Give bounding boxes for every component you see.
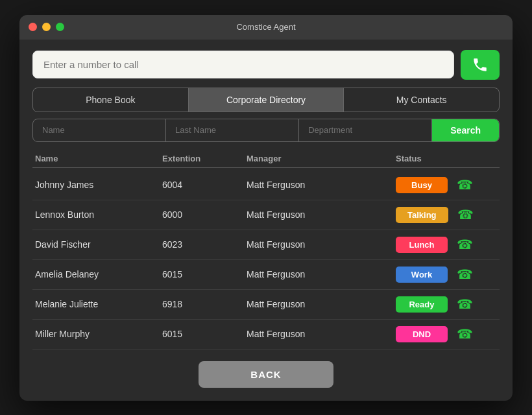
contact-name: Melanie Juliette	[32, 299, 162, 309]
contact-extension: 6023	[162, 239, 247, 250]
status-badge: Work	[396, 267, 448, 283]
contact-manager: Matt Ferguson	[247, 180, 396, 190]
contact-status-cell: Lunch ☎	[396, 237, 500, 253]
col-header-status: Status	[396, 154, 500, 163]
call-contact-icon[interactable]: ☎	[457, 177, 473, 193]
tab-my-contacts[interactable]: My Contacts	[344, 88, 499, 112]
contact-extension: 6000	[162, 209, 247, 220]
call-bar	[32, 50, 500, 80]
contact-manager: Matt Ferguson	[247, 239, 396, 250]
status-badge: Talking	[396, 207, 448, 223]
contact-manager: Matt Ferguson	[247, 299, 396, 309]
call-button[interactable]	[461, 50, 500, 80]
call-contact-icon[interactable]: ☎	[457, 296, 473, 312]
contact-extension: 6004	[162, 180, 247, 190]
contact-table: Johnny James 6004 Matt Ferguson Busy ☎ L…	[32, 171, 500, 350]
table-row: Miller Murphy 6015 Matt Ferguson DND ☎	[32, 320, 500, 350]
number-input[interactable]	[32, 51, 454, 78]
last-name-search-input[interactable]	[166, 119, 299, 141]
titlebar: Comstice Agent	[19, 15, 513, 40]
traffic-lights	[29, 23, 64, 31]
table-row: Amelia Delaney 6015 Matt Ferguson Work ☎	[32, 260, 500, 290]
table-row: Melanie Juliette 6918 Matt Ferguson Read…	[32, 290, 500, 320]
contact-manager: Matt Ferguson	[247, 269, 396, 279]
app-window: Comstice Agent Phone Book Corporate Dire…	[19, 15, 513, 401]
tab-phone-book[interactable]: Phone Book	[33, 88, 189, 112]
contact-name: Lennox Burton	[32, 209, 162, 220]
table-row: David Fischer 6023 Matt Ferguson Lunch ☎	[32, 230, 500, 260]
call-contact-icon[interactable]: ☎	[457, 326, 473, 342]
name-search-input[interactable]	[33, 119, 166, 141]
call-contact-icon[interactable]: ☎	[457, 207, 474, 222]
col-header-name: Name	[32, 154, 162, 163]
contact-manager: Matt Ferguson	[247, 209, 396, 220]
back-bar: BACK	[32, 361, 500, 388]
table-row: Lennox Burton 6000 Matt Ferguson Talking…	[32, 200, 500, 230]
contact-name: Johnny James	[32, 180, 162, 190]
contact-extension: 6015	[162, 329, 247, 339]
tab-bar: Phone Book Corporate Directory My Contac…	[32, 88, 500, 112]
contact-name: Miller Murphy	[32, 329, 162, 339]
back-button[interactable]: BACK	[199, 361, 333, 388]
contact-name: David Fischer	[32, 239, 162, 250]
table-header: Name Extention Manager Status	[32, 150, 500, 168]
search-bar: Search	[32, 119, 500, 142]
tab-corporate-directory[interactable]: Corporate Directory	[189, 88, 345, 112]
minimize-button[interactable]	[42, 23, 51, 31]
call-contact-icon[interactable]: ☎	[457, 267, 473, 282]
search-button[interactable]: Search	[432, 119, 499, 141]
col-header-extension: Extention	[162, 154, 247, 163]
contact-status-cell: Work ☎	[396, 267, 500, 283]
contact-name: Amelia Delaney	[32, 269, 162, 279]
status-badge: DND	[396, 326, 448, 342]
contact-extension: 6015	[162, 269, 247, 279]
contact-status-cell: DND ☎	[396, 326, 500, 342]
call-contact-icon[interactable]: ☎	[457, 237, 473, 252]
contact-manager: Matt Ferguson	[247, 329, 396, 339]
maximize-button[interactable]	[56, 23, 64, 31]
window-title: Comstice Agent	[236, 22, 295, 32]
contact-status-cell: Busy ☎	[396, 177, 500, 193]
contact-status-cell: Ready ☎	[396, 296, 500, 313]
department-search-input[interactable]	[299, 119, 432, 141]
contact-extension: 6918	[162, 299, 247, 309]
phone-call-icon	[472, 56, 489, 73]
close-button[interactable]	[29, 23, 37, 31]
col-header-manager: Manager	[247, 154, 396, 163]
status-badge: Lunch	[396, 237, 448, 253]
status-badge: Ready	[396, 296, 448, 313]
contact-status-cell: Talking ☎	[396, 207, 500, 223]
table-row: Johnny James 6004 Matt Ferguson Busy ☎	[32, 171, 500, 200]
main-content: Phone Book Corporate Directory My Contac…	[19, 40, 513, 401]
status-badge: Busy	[396, 177, 448, 193]
